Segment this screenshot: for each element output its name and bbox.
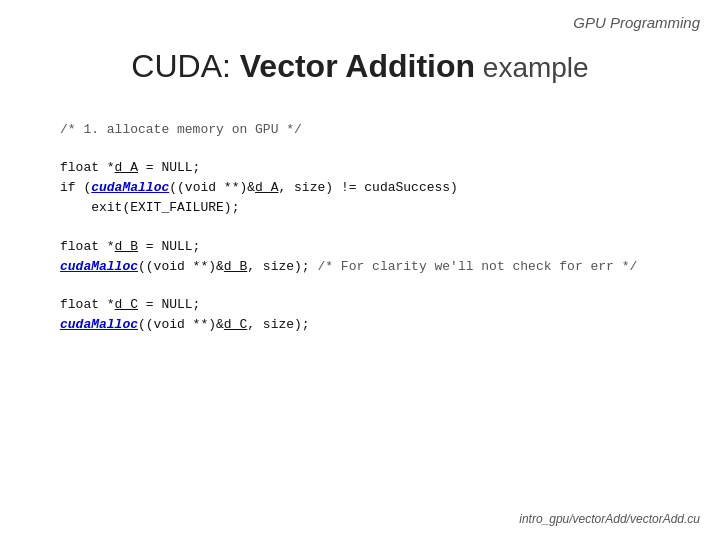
comment-2: /* For clarity we'll not check for err *… — [317, 259, 637, 274]
title-bold: Vector Addition — [240, 48, 475, 84]
comment-1: /* 1. allocate memory on GPU */ — [60, 122, 302, 137]
slide-title: CUDA: Vector Addition example — [0, 48, 720, 85]
var-d_a-2: d_A — [255, 180, 278, 195]
block3-line1: float *d_C = NULL; — [60, 295, 680, 315]
comment-block-1: /* 1. allocate memory on GPU */ — [60, 120, 680, 140]
block1-line3: exit(EXIT_FAILURE); — [60, 198, 680, 218]
block2-line1: float *d_B = NULL; — [60, 237, 680, 257]
var-d_b-2: d_B — [224, 259, 247, 274]
cudamalloc-1: cudaMalloc — [91, 180, 169, 195]
block1-line1: float *d_A = NULL; — [60, 158, 680, 178]
code-block-2: float *d_B = NULL; cudaMalloc((void **)&… — [60, 237, 680, 277]
var-d_a-1: d_A — [115, 160, 138, 175]
code-block-1: float *d_A = NULL; if (cudaMalloc((void … — [60, 158, 680, 218]
code-block-3: float *d_C = NULL; cudaMalloc((void **)&… — [60, 295, 680, 335]
var-d_c-1: d_C — [115, 297, 138, 312]
cudamalloc-2: cudaMalloc — [60, 259, 138, 274]
header-label: GPU Programming — [573, 14, 700, 31]
block2-line2: cudaMalloc((void **)&d_B, size); /* For … — [60, 257, 680, 277]
var-d_c-2: d_C — [224, 317, 247, 332]
cudamalloc-3: cudaMalloc — [60, 317, 138, 332]
block3-line2: cudaMalloc((void **)&d_C, size); — [60, 315, 680, 335]
code-area: /* 1. allocate memory on GPU */ float *d… — [60, 120, 680, 353]
title-suffix: example — [475, 52, 589, 83]
title-prefix: CUDA: — [131, 48, 239, 84]
footer-label: intro_gpu/vectorAdd/vectorAdd.cu — [519, 512, 700, 526]
block1-line2: if (cudaMalloc((void **)&d_A, size) != c… — [60, 178, 680, 198]
var-d_b-1: d_B — [115, 239, 138, 254]
